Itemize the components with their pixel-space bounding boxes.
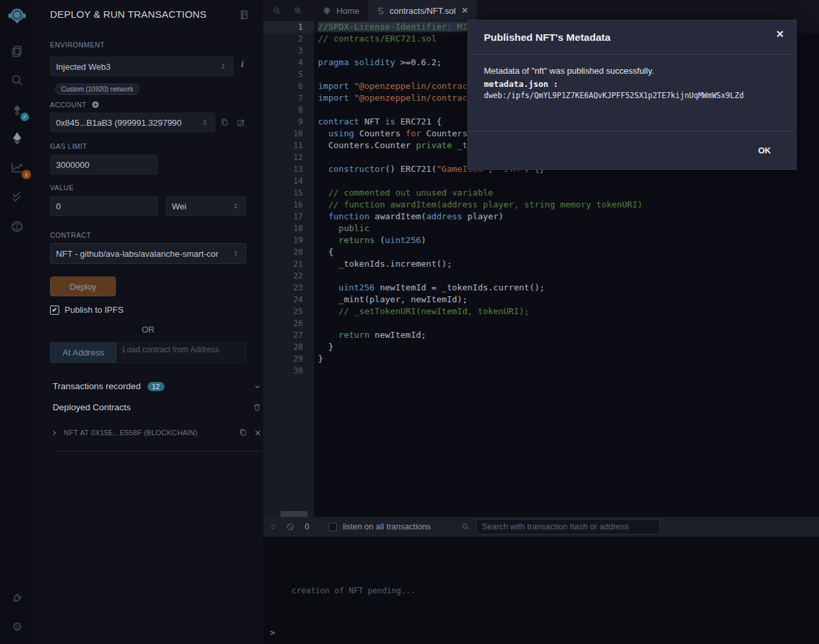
file-explorer-icon[interactable] [0, 40, 34, 63]
line-number: 17 [263, 211, 314, 223]
debugger-plugin-icon[interactable] [0, 215, 34, 238]
line-content: // function awardItem(address player, st… [314, 199, 643, 211]
value-unit-select[interactable]: Wei [166, 196, 246, 216]
code-line[interactable]: 26 [263, 317, 819, 329]
line-number: 26 [263, 317, 314, 329]
line-content: return newItemId; [314, 329, 426, 341]
value-field-wrap [50, 196, 158, 216]
environment-info-icon[interactable]: i [241, 59, 244, 70]
line-content: import "@openzeppelin/contracts/ [314, 92, 483, 104]
code-line[interactable]: 27 return newItemId; [263, 329, 819, 341]
remix-logo-icon[interactable] [0, 4, 34, 28]
deploy-button[interactable]: Deploy [50, 277, 116, 296]
solidity-file-icon [377, 7, 385, 15]
line-number: 3 [263, 45, 314, 57]
caret-right-icon[interactable] [50, 429, 59, 437]
publish-ipfs-row[interactable]: ✔ Publish to IPFS [50, 305, 124, 315]
line-content: _tokenIds.increment(); [314, 258, 452, 270]
terminal: 0 listen on all transactions creation of… [263, 517, 819, 644]
deployed-contract-item[interactable]: NFT AT 0X15E...E558F (BLOCKCHAIN) [50, 427, 262, 438]
copy-address-icon[interactable] [238, 427, 248, 438]
copy-account-icon[interactable] [219, 117, 230, 130]
line-content [314, 104, 318, 116]
gas-limit-input[interactable] [56, 160, 152, 170]
docs-book-icon[interactable] [238, 9, 250, 23]
select-stepper-icon [231, 249, 240, 258]
line-number: 24 [263, 294, 314, 306]
line-number: 7 [263, 92, 314, 104]
code-line[interactable]: 16 // function awardItem(address player,… [263, 199, 819, 211]
terminal-body[interactable]: creation of NFT pending... > [263, 537, 819, 644]
line-number: 14 [263, 175, 314, 187]
static-analysis-icon[interactable] [0, 184, 34, 208]
icon-rail: ✓ 1 ⚙ [0, 0, 34, 644]
code-line[interactable]: 22 [263, 270, 819, 282]
transactions-recorded-row[interactable]: Transactions recorded 12 [53, 381, 262, 391]
terminal-header: 0 listen on all transactions [263, 517, 819, 537]
zoom-out-icon[interactable] [269, 0, 284, 21]
trash-icon[interactable] [252, 402, 262, 412]
line-content: // contracts/ERC721.sol [314, 33, 436, 45]
code-line[interactable]: 23 uint256 newItemId = _tokenIds.current… [263, 282, 819, 294]
sign-message-icon[interactable] [236, 117, 246, 130]
terminal-search-icon [461, 522, 470, 531]
collapse-terminal-icon[interactable] [269, 522, 278, 531]
code-line[interactable]: 17 function awardItem(address player) [263, 211, 819, 223]
code-line[interactable]: 20 { [263, 246, 819, 258]
settings-gear-icon[interactable]: ⚙ [0, 615, 34, 639]
chevron-down-icon[interactable] [253, 382, 262, 391]
deploy-run-icon[interactable] [0, 126, 34, 150]
modal-close-icon[interactable]: ✕ [776, 28, 784, 40]
at-address-input[interactable] [122, 345, 240, 354]
zoom-in-icon[interactable] [290, 0, 305, 21]
line-content: // _setTokenURI(newItemId, tokenURI); [314, 306, 529, 317]
remove-contract-icon[interactable] [253, 429, 262, 437]
close-tab-icon[interactable]: ✕ [462, 6, 468, 15]
contract-select[interactable]: NFT - github/ava-labs/avalanche-smart-co… [50, 243, 246, 264]
modal-ok-button[interactable]: OK [756, 142, 774, 159]
line-number: 18 [263, 223, 314, 234]
code-line[interactable]: 28 } [263, 341, 819, 353]
code-line[interactable]: 14 [263, 175, 819, 187]
solidity-compiler-icon[interactable]: ✓ [0, 99, 34, 122]
line-content: } [314, 353, 323, 365]
at-address-button[interactable]: At Address [50, 342, 117, 363]
line-content [314, 45, 318, 57]
listen-transactions-checkbox[interactable] [329, 523, 337, 531]
code-line[interactable]: 21 _tokenIds.increment(); [263, 258, 819, 270]
account-select[interactable]: 0x845...B1aB3 (999991.3297990 [50, 113, 215, 132]
plugin-manager-icon[interactable] [0, 586, 34, 610]
line-number: 25 [263, 306, 314, 317]
line-number: 21 [263, 258, 314, 270]
code-line[interactable]: 30 [263, 365, 819, 377]
line-content: uint256 newItemId = _tokenIds.current(); [314, 282, 544, 294]
publish-ipfs-checkbox[interactable]: ✔ [50, 306, 59, 315]
analytics-chart-icon[interactable]: 1 [0, 155, 34, 179]
clear-console-icon[interactable] [286, 522, 295, 531]
modal-message: Metadata of "nft" was published successf… [484, 66, 780, 76]
terminal-resize-handle[interactable] [280, 511, 307, 517]
line-number: 23 [263, 282, 314, 294]
code-line[interactable]: 24 _mint(player, newItemId); [263, 294, 819, 306]
modal-title: Published NFT's Metadata [484, 32, 610, 43]
code-line[interactable]: 29} [263, 353, 819, 365]
add-account-icon[interactable] [91, 100, 100, 109]
remix-home-icon [322, 6, 332, 16]
tab-contracts-nft-sol[interactable]: contracts/NFT.sol ✕ [368, 0, 477, 21]
line-number: 1 [263, 21, 314, 33]
code-line[interactable]: 25 // _setTokenURI(newItemId, tokenURI); [263, 306, 819, 317]
environment-select[interactable]: Injected Web3 [50, 57, 234, 76]
line-content: using Counters for Counters.Co [314, 128, 483, 140]
terminal-search-input[interactable] [482, 522, 654, 531]
modal-footer: OK [468, 131, 796, 169]
code-line[interactable]: 19 returns (uint256) [263, 234, 819, 246]
select-stepper-icon [219, 62, 228, 71]
line-content: } [314, 341, 333, 353]
code-line[interactable]: 18 public [263, 223, 819, 234]
value-label: VALUE [50, 184, 74, 192]
value-input[interactable] [56, 201, 152, 211]
code-line[interactable]: 15 // commented out unused variable [263, 187, 819, 199]
search-plugin-icon[interactable] [0, 68, 34, 92]
tab-home[interactable]: Home [313, 0, 368, 21]
line-number: 13 [263, 163, 314, 175]
